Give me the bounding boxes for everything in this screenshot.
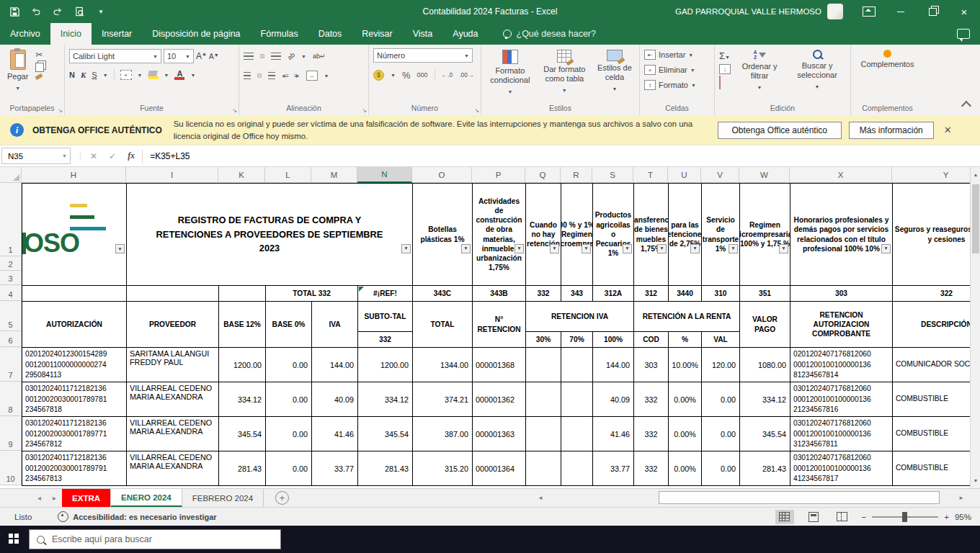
- cell-V10[interactable]: 0.00: [701, 451, 740, 486]
- header-cell-R[interactable]: 100 % y 1%.- Regimen microempresa▼: [561, 183, 593, 286]
- cell-L7[interactable]: 0.00: [265, 347, 312, 382]
- tab-formulas[interactable]: Fórmulas: [251, 23, 308, 45]
- formula-input[interactable]: =K35+L35: [150, 151, 190, 161]
- align-middle-icon[interactable]: [260, 54, 264, 58]
- cell-T9[interactable]: 332: [633, 416, 669, 451]
- row-header-10[interactable]: 10: [0, 451, 22, 485]
- cell-O9[interactable]: 387.00: [412, 416, 473, 451]
- sheet-tab-enero[interactable]: ENERO 2024: [111, 489, 182, 507]
- row-header-8[interactable]: 8: [0, 382, 22, 416]
- font-size-select[interactable]: 10▼: [164, 49, 194, 63]
- tab-disposicion[interactable]: Disposición de página: [142, 23, 250, 45]
- comma-style-icon[interactable]: 000: [417, 71, 428, 78]
- cell-code-O[interactable]: 343C: [412, 285, 473, 302]
- get-office-button[interactable]: Obtenga Office auténtico: [718, 122, 842, 139]
- sheet-next-icon[interactable]: ▸: [47, 489, 62, 507]
- paste-button[interactable]: Pegar▼: [4, 48, 31, 103]
- cell-R9[interactable]: [561, 416, 593, 451]
- cell-I9[interactable]: VILLARREAL CEDENO MARIA ALEXANDRA: [126, 416, 219, 451]
- header-cell-S[interactable]: Productos agricoilas o Pecuarios 1%▼: [592, 183, 634, 286]
- align-center-icon[interactable]: [257, 73, 262, 78]
- header-iva-30[interactable]: 30%: [525, 331, 561, 348]
- cell-W9[interactable]: 345.54: [739, 416, 790, 451]
- cell-code-X[interactable]: 303: [790, 285, 893, 302]
- merge-center-icon[interactable]: ↔: [306, 71, 318, 81]
- cell-code-Y[interactable]: 322: [892, 285, 970, 302]
- header-pct[interactable]: %: [668, 331, 702, 348]
- header-total[interactable]: TOTAL: [412, 301, 473, 348]
- insert-function-icon[interactable]: fx: [128, 150, 135, 161]
- cell-K9[interactable]: 345.54: [218, 416, 266, 451]
- column-header-X[interactable]: X: [790, 167, 892, 183]
- cancel-icon[interactable]: ✕: [90, 151, 97, 161]
- format-painter-icon[interactable]: [35, 73, 43, 80]
- header-cell-P[interactable]: Actividades de construcción de obra mate…: [472, 183, 526, 286]
- cell-L10[interactable]: 0.00: [265, 451, 312, 486]
- header-cell-V[interactable]: Servicio de transporte 1%▼: [701, 183, 740, 286]
- increase-font-icon[interactable]: A▲: [196, 51, 207, 61]
- customize-qat-icon[interactable]: ▾: [95, 6, 107, 17]
- header-cell-O[interactable]: Botellas plásticas 1%▼: [412, 183, 473, 286]
- header-autorizacion[interactable]: AUTORIZACIÓN: [22, 301, 127, 348]
- filter-button[interactable]: ▼: [657, 244, 667, 253]
- cell-U8[interactable]: 0.00%: [668, 382, 702, 417]
- cell-R10[interactable]: [561, 451, 593, 486]
- cell-ref-error[interactable]: #¡REF!: [357, 285, 413, 302]
- comments-icon[interactable]: [957, 29, 970, 39]
- horizontal-scrollbar[interactable]: ◂ ▸: [535, 490, 967, 505]
- cell-H7[interactable]: 02012024012300154289 0012001100000000027…: [22, 347, 127, 382]
- header-retencion-renta[interactable]: RETENCIÓN A LA RENTA: [633, 301, 740, 332]
- header-cell-logo[interactable]: OSO▼: [22, 183, 127, 286]
- cell-R8[interactable]: [561, 382, 593, 417]
- cell-N10[interactable]: 281.43: [357, 451, 413, 486]
- cell-X10[interactable]: 0301202407176812060 0001200100100000136 …: [790, 451, 893, 486]
- row-header-1[interactable]: 1: [0, 183, 22, 256]
- sheet-prev-icon[interactable]: ◂: [32, 489, 47, 507]
- underline-button[interactable]: S: [92, 71, 97, 79]
- column-header-H[interactable]: H: [22, 167, 126, 183]
- cell-X9[interactable]: 0301202407176812060 0001200100100000136 …: [790, 416, 893, 451]
- bold-button[interactable]: N: [69, 71, 75, 79]
- page-layout-view-button[interactable]: [804, 510, 823, 524]
- cell-S7[interactable]: 144.00: [592, 347, 634, 382]
- fill-color-icon[interactable]: [148, 71, 159, 79]
- percent-style-icon[interactable]: %: [402, 70, 411, 81]
- column-header-L[interactable]: L: [265, 167, 311, 183]
- more-info-button[interactable]: Más información: [849, 122, 934, 139]
- zoom-in-icon[interactable]: +: [944, 513, 949, 521]
- zoom-slider-thumb[interactable]: [902, 512, 907, 522]
- tell-me-search[interactable]: ¿Qué desea hacer?: [503, 23, 597, 45]
- header-retencion-iva[interactable]: RETENCION IVA: [525, 301, 634, 332]
- column-header-S[interactable]: S: [592, 167, 633, 183]
- alignment-dialog-launcher[interactable]: ↘: [362, 107, 367, 114]
- cell-L9[interactable]: 0.00: [265, 416, 312, 451]
- cell-I7[interactable]: SARITAMA LALANGUI FREDDY PAUL: [126, 347, 219, 382]
- cell-Y10[interactable]: COMBUSTIBLE: [892, 451, 970, 486]
- header-descripcion[interactable]: DESCRIPCIÓN: [892, 301, 970, 348]
- column-header-T[interactable]: T: [633, 167, 668, 183]
- scroll-down-icon[interactable]: ▼: [971, 475, 980, 487]
- name-box[interactable]: N35▼: [1, 148, 71, 164]
- cell-T10[interactable]: 332: [633, 451, 669, 486]
- header-base0[interactable]: BASE 0%: [265, 301, 312, 348]
- tab-insertar[interactable]: Insertar: [92, 23, 142, 45]
- header-subtotal[interactable]: SUBTO-TAL: [357, 301, 413, 332]
- filter-button[interactable]: ▼: [514, 244, 524, 253]
- header-iva-70[interactable]: 70%: [561, 331, 593, 348]
- header-subtotal-code[interactable]: 332: [357, 331, 413, 348]
- filter-button[interactable]: ▼: [461, 244, 471, 253]
- tab-revisar[interactable]: Revisar: [352, 23, 402, 45]
- sheet-tab-febrero[interactable]: FEBRERO 2024: [182, 489, 264, 507]
- cell-R7[interactable]: [561, 347, 593, 382]
- header-cod[interactable]: COD: [633, 331, 669, 348]
- header-main-title[interactable]: REGISTRO DE FACTURAS DE COMPRA Y RETENCI…: [126, 183, 413, 286]
- sheet-tab-extra[interactable]: EXTRA: [62, 489, 111, 507]
- print-preview-icon[interactable]: [74, 6, 85, 17]
- cell-M9[interactable]: 41.46: [311, 416, 358, 451]
- cell-Q10[interactable]: [525, 451, 561, 486]
- align-bottom-icon[interactable]: [271, 53, 281, 60]
- font-name-select[interactable]: Calibri Light▼: [69, 49, 161, 63]
- normal-view-button[interactable]: [775, 510, 794, 524]
- cell-M10[interactable]: 33.77: [311, 451, 358, 486]
- italic-button[interactable]: K: [81, 71, 86, 79]
